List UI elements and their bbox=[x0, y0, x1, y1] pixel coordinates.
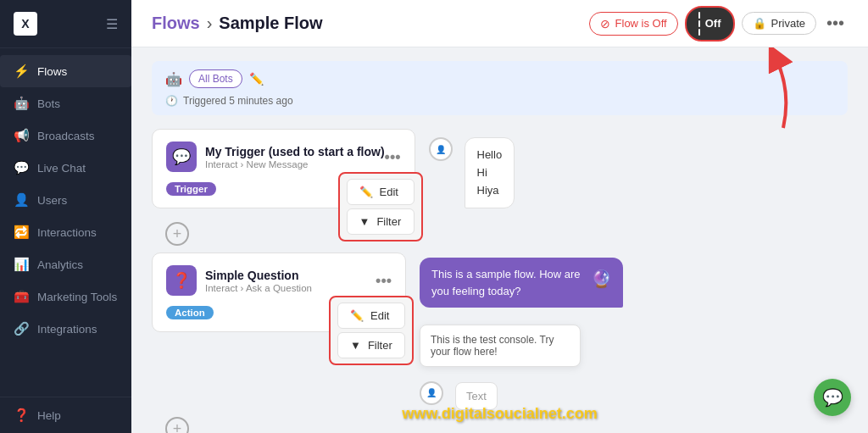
triggered-label: Triggered 5 minutes ago bbox=[183, 95, 293, 107]
filter-button-2[interactable]: ▼ Filter bbox=[337, 332, 405, 358]
trigger-node-icon: 💬 bbox=[166, 142, 197, 172]
trigger-node-menu[interactable]: ••• bbox=[385, 148, 401, 166]
bot-bar-content: 🤖 All Bots ✏️ 🕐 Triggered 5 minutes ago bbox=[165, 69, 293, 107]
clock-icon: 🕐 bbox=[165, 95, 178, 107]
bot-bar: 🤖 All Bots ✏️ 🕐 Triggered 5 minutes ago bbox=[152, 61, 848, 115]
sent-row: This is a sample flow. How are you feeli… bbox=[420, 258, 623, 308]
toggle-button[interactable]: Off bbox=[685, 6, 735, 42]
question-popup: ✏️ Edit ▼ Filter bbox=[329, 296, 414, 365]
action-badge: Action bbox=[166, 306, 214, 319]
filter-label-2: Filter bbox=[368, 339, 392, 352]
help-label: Help bbox=[37, 409, 61, 422]
sidebar-item-marketing-tools[interactable]: 🧰 Marketing Tools bbox=[0, 280, 131, 313]
bot-bar-icon: 🤖 bbox=[165, 71, 182, 87]
simple-question-node: ❓ Simple Question Interact › Ask a Quest… bbox=[152, 253, 406, 332]
hello-chat-area: 👤 HelloHiHiya bbox=[429, 137, 515, 215]
sidebar-footer: ❓ Help bbox=[0, 397, 131, 433]
sidebar-item-integrations[interactable]: 🔗 Integrations bbox=[0, 313, 131, 345]
help-icon: ❓ bbox=[14, 408, 29, 423]
filter-label: Filter bbox=[376, 215, 401, 228]
sidebar-item-users[interactable]: 👤 Users bbox=[0, 184, 131, 216]
filter-icon-2: ▼ bbox=[350, 339, 361, 352]
header: Flows › Sample Flow ⊘ Flow is Off Off 🔒 … bbox=[131, 0, 868, 47]
logo-icon: X bbox=[14, 12, 37, 36]
filter-button[interactable]: ▼ Filter bbox=[347, 208, 415, 235]
bot-edit-icon[interactable]: ✏️ bbox=[249, 72, 264, 86]
more-options-button[interactable]: ••• bbox=[823, 14, 848, 33]
sidebar-item-label: Integrations bbox=[37, 323, 97, 336]
node2-header: ❓ Simple Question Interact › Ask a Quest… bbox=[166, 265, 392, 296]
edit-label: Edit bbox=[380, 186, 398, 198]
text-avatar: 👤 bbox=[420, 381, 443, 405]
sidebar-item-label: Bots bbox=[37, 97, 60, 110]
sent-bubble: This is a sample flow. How are you feeli… bbox=[420, 258, 623, 308]
trigger-node: 💬 My Trigger (used to start a flow) Inte… bbox=[152, 129, 415, 208]
page-title: Sample Flow bbox=[219, 14, 322, 33]
chat-avatar: 👤 bbox=[429, 137, 453, 161]
pencil-icon: ✏️ bbox=[359, 186, 373, 198]
sidebar-item-bots[interactable]: 🤖 Bots bbox=[0, 87, 131, 119]
sidebar-item-label: Analytics bbox=[37, 258, 83, 271]
sidebar-item-interactions[interactable]: 🔁 Interactions bbox=[0, 216, 131, 248]
trigger-badge: Trigger bbox=[166, 182, 216, 196]
hamburger-icon[interactable]: ☰ bbox=[106, 16, 118, 32]
plus-connector-2[interactable]: + bbox=[165, 417, 189, 433]
bots-icon: 🤖 bbox=[14, 96, 29, 111]
trigger-popup: ✏️ Edit ▼ Filter bbox=[338, 172, 423, 241]
node2-text: Simple Question Interact › Ask a Questio… bbox=[205, 269, 312, 293]
question-node-subtitle: Interact › Ask a Question bbox=[205, 283, 312, 293]
sidebar-logo: X ☰ bbox=[0, 0, 131, 48]
lock-icon: 🔒 bbox=[753, 17, 766, 30]
question-node-menu[interactable]: ••• bbox=[376, 272, 392, 290]
node2-title-row: ❓ Simple Question Interact › Ask a Quest… bbox=[166, 265, 312, 296]
pencil-icon-2: ✏️ bbox=[350, 309, 364, 322]
sent-avatar-icon: 🔮 bbox=[591, 266, 611, 291]
question-node-icon: ❓ bbox=[166, 265, 197, 296]
help-item[interactable]: ❓ Help bbox=[14, 408, 118, 423]
breadcrumb-flows-link[interactable]: Flows bbox=[152, 14, 200, 33]
chat-fab-button[interactable]: 💬 bbox=[814, 379, 851, 416]
flows-icon: ⚡ bbox=[14, 64, 29, 79]
sidebar-item-live-chat[interactable]: 💬 Live Chat bbox=[0, 152, 131, 184]
main-content: Flows › Sample Flow ⊘ Flow is Off Off 🔒 … bbox=[131, 0, 868, 433]
node-header: 💬 My Trigger (used to start a flow) Inte… bbox=[166, 142, 401, 172]
triggered-text: 🕐 Triggered 5 minutes ago bbox=[165, 95, 293, 107]
question-node-title: Simple Question bbox=[205, 269, 312, 282]
edit-button-2[interactable]: ✏️ Edit bbox=[337, 303, 405, 329]
console-text: This is the test console. Try your flow … bbox=[431, 334, 554, 358]
hello-bubble: HelloHiHiya bbox=[465, 137, 515, 208]
sidebar-item-broadcasts[interactable]: 📢 Broadcasts bbox=[0, 119, 131, 152]
flow-area: 🤖 All Bots ✏️ 🕐 Triggered 5 minutes ago … bbox=[131, 47, 868, 433]
node-text: My Trigger (used to start a flow) Intera… bbox=[205, 145, 385, 169]
breadcrumb-separator: › bbox=[207, 14, 213, 33]
all-bots-tag[interactable]: All Bots bbox=[189, 69, 242, 88]
text-input-row: 👤 Text bbox=[420, 375, 623, 410]
toggle-lines-icon bbox=[698, 12, 700, 36]
sent-message: This is a sample flow. How are you feeli… bbox=[431, 266, 584, 299]
sidebar-nav: ⚡ Flows 🤖 Bots 📢 Broadcasts 💬 Live Chat … bbox=[0, 48, 131, 397]
text-input-bubble: Text bbox=[455, 382, 498, 410]
flow-status-text: Flow is Off bbox=[615, 17, 667, 30]
trigger-node-subtitle: Interact › New Message bbox=[205, 159, 385, 169]
filter-icon: ▼ bbox=[359, 215, 370, 228]
edit-label-2: Edit bbox=[370, 309, 389, 322]
question-chat-area: This is a sample flow. How are you feeli… bbox=[420, 258, 623, 410]
sidebar-item-flows[interactable]: ⚡ Flows bbox=[0, 55, 131, 87]
sidebar-item-label: Live Chat bbox=[37, 162, 86, 175]
analytics-icon: 📊 bbox=[14, 257, 29, 272]
edit-button[interactable]: ✏️ Edit bbox=[347, 179, 415, 205]
sidebar-item-label: Users bbox=[37, 194, 67, 207]
trigger-node-title: My Trigger (used to start a flow) bbox=[205, 145, 385, 158]
plus-connector-1[interactable]: + bbox=[165, 222, 189, 246]
sidebar-item-analytics[interactable]: 📊 Analytics bbox=[0, 248, 131, 280]
live-chat-icon: 💬 bbox=[14, 160, 29, 175]
users-icon: 👤 bbox=[14, 192, 29, 208]
private-button[interactable]: 🔒 Private bbox=[742, 12, 816, 35]
header-actions: ⊘ Flow is Off Off 🔒 Private ••• bbox=[589, 6, 848, 42]
sidebar: X ☰ ⚡ Flows 🤖 Bots 📢 Broadcasts 💬 Live C… bbox=[0, 0, 131, 433]
breadcrumb: Flows › Sample Flow bbox=[152, 14, 323, 33]
flow-status-icon: ⊘ bbox=[600, 17, 610, 31]
node-title-row: 💬 My Trigger (used to start a flow) Inte… bbox=[166, 142, 385, 172]
marketing-tools-icon: 🧰 bbox=[14, 289, 29, 304]
sidebar-item-label: Broadcasts bbox=[37, 130, 95, 142]
